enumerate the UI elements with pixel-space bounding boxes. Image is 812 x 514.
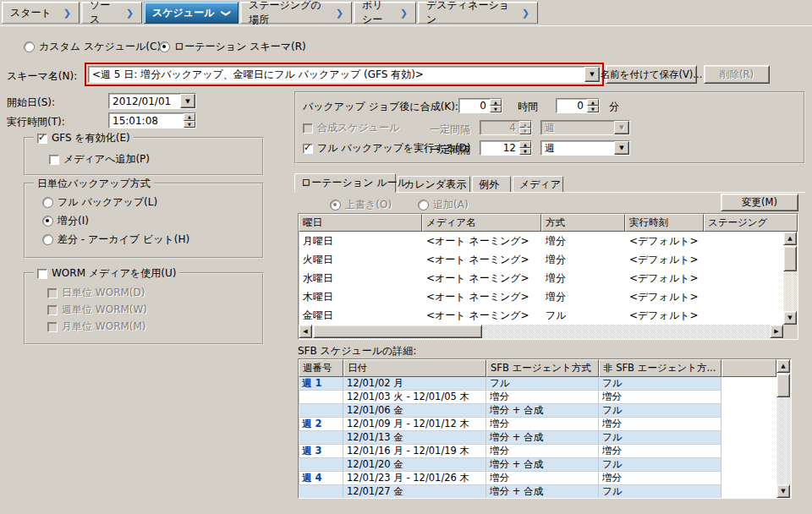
table-row[interactable]: 12/01/13 金 増分 + 合成 フル (299, 431, 776, 445)
dropdown-arrow-icon[interactable]: ▼ (614, 141, 629, 155)
backup-schedule-dialog: スタート ❯ ソース ❯ スケジュール ❯ ステージングの場所 ❯ ポリシー ❯… (0, 0, 812, 514)
tab-exceptions[interactable]: 例外 (472, 176, 511, 193)
table-row[interactable]: 木曜日 <オート ネーミング> 増分 <デフォルト> (299, 287, 798, 306)
table-row[interactable]: 週 4 12/01/23 月 - 12/01/26 木 増分 増分 (299, 472, 776, 485)
header-method[interactable]: 方式 (541, 214, 625, 232)
schema-name-combobox[interactable]: <週 5 日: 増分バックアップ、金曜日にフル バックアップ (GFS 有効)>… (88, 66, 601, 83)
cell-non-sfb-method: フル (599, 404, 721, 418)
cell-week (299, 485, 343, 499)
consolidate-hours-spinner[interactable]: 0 ▲▼ (458, 98, 502, 113)
header-media-name[interactable]: メディア名 (422, 214, 541, 232)
cell-day: 月曜日 (299, 234, 422, 249)
tab-rotation-rules[interactable]: ローテーション ルール (294, 173, 396, 193)
spin-buttons[interactable]: ▲▼ (184, 113, 195, 128)
full-interval-spinner[interactable]: 12 ▲▼ (480, 140, 532, 156)
append-media-checkbox[interactable]: メディアへ追加(P) (49, 152, 150, 167)
radio-label: カスタム スケジュール(C) (39, 40, 161, 54)
header-sfb-method[interactable]: SFB エージェント方式 (486, 359, 599, 377)
cell-week (299, 458, 343, 472)
table-row[interactable]: 12/01/20 金 増分 + 合成 フル (299, 458, 776, 472)
header-day[interactable]: 曜日 (299, 214, 422, 232)
daily-method-title: 日単位バックアップ方式 (34, 177, 154, 191)
start-date-value: 2012/01/01 (109, 95, 180, 108)
delete-button: 削除(R) (704, 65, 770, 84)
scrollbar-thumb[interactable] (783, 246, 797, 271)
radio-rotation-schema[interactable]: ローテーション スキーマ(R) (159, 40, 306, 54)
hours-value: 0 (459, 99, 490, 112)
tab-label: ステージングの場所 (249, 0, 329, 27)
radio-differential[interactable]: 差分 - アーカイブ ビット(H) (42, 232, 189, 247)
spin-buttons[interactable]: ▲▼ (587, 99, 599, 112)
radio-custom-schedule[interactable]: カスタム スケジュール(C) (24, 40, 161, 54)
full-interval-value: 12 (480, 141, 519, 155)
table-row[interactable]: 週 3 12/01/16 月 - 12/01/19 木 増分 増分 (299, 445, 776, 458)
schema-highlight-box: <週 5 日: 増分バックアップ、金曜日にフル バックアップ (GFS 有効)>… (85, 63, 604, 86)
dropdown-arrow-icon[interactable]: ▼ (180, 94, 195, 108)
chevron-right-icon: ❯ (63, 8, 71, 19)
header-date[interactable]: 日付 (343, 359, 486, 377)
save-as-button[interactable]: 名前を付けて保存(V)... (606, 65, 697, 84)
scroll-right-icon[interactable]: ▶ (770, 325, 783, 338)
header-staging[interactable]: ステージング (704, 214, 798, 232)
radio-append: 追加(A) (418, 198, 469, 212)
spin-down-icon: ▼ (519, 128, 531, 134)
scroll-down-icon[interactable]: ▼ (783, 311, 797, 325)
radio-circle (42, 216, 53, 227)
table-row[interactable]: 金曜日 <オート ネーミング> フル <デフォルト> (299, 306, 798, 325)
consolidate-minutes-spinner[interactable]: 0 ▲▼ (556, 98, 600, 113)
wizard-tab-policy[interactable]: ポリシー ❯ (354, 2, 416, 24)
scrollbar-thumb[interactable] (313, 325, 482, 338)
table-row[interactable]: 週 1 12/01/02 月 フル フル (299, 377, 776, 391)
header-week-number[interactable]: 週番号 (299, 359, 343, 377)
exec-time-spinner[interactable]: 15:01:08 ▲▼ (108, 112, 196, 128)
unit-value: 週 (541, 140, 614, 156)
table-row[interactable]: 火曜日 <オート ネーミング> 増分 <デフォルト> (299, 250, 798, 269)
checkbox-box (37, 134, 47, 144)
tab-calendar-view[interactable]: カレンダ表示 (398, 176, 470, 193)
start-date-combobox[interactable]: 2012/01/01 ▼ (108, 93, 196, 109)
horizontal-scrollbar[interactable]: ◀ ▶ (299, 325, 783, 339)
worm-use-checkbox[interactable]: WORM メディアを使用(U) (37, 266, 176, 281)
checkbox-box (49, 155, 59, 165)
radio-incremental[interactable]: 増分(I) (42, 214, 89, 228)
cell-sfb-method: 増分 (486, 418, 599, 431)
header-non-sfb-method[interactable]: 非 SFB エージェント方... (599, 359, 721, 377)
cell-day: 木曜日 (299, 290, 422, 304)
tab-media[interactable]: メディア (513, 176, 563, 193)
interval-label: 一定間隔 (430, 123, 470, 137)
scroll-up-icon[interactable]: ▲ (783, 232, 797, 245)
wizard-tab-staging-location[interactable]: ステージングの場所 ❯ (240, 2, 352, 24)
vertical-scrollbar[interactable]: ▲ ▼ (776, 359, 791, 498)
cell-non-sfb-method: 増分 (599, 445, 721, 458)
checkbox-box (303, 144, 313, 154)
scroll-down-icon[interactable]: ▼ (776, 484, 790, 498)
scroll-up-icon[interactable]: ▲ (776, 359, 790, 373)
radio-label: 差分 - アーカイブ ビット(H) (58, 232, 189, 247)
header-empty (721, 359, 776, 377)
table-row[interactable]: 週 2 12/01/09 月 - 12/01/12 木 増分 増分 (299, 418, 776, 431)
dropdown-arrow-icon[interactable]: ▼ (584, 67, 600, 82)
scroll-left-icon[interactable]: ◀ (299, 325, 312, 338)
modify-button[interactable]: 変更(M) (721, 194, 798, 211)
spin-up-icon: ▲ (184, 113, 195, 121)
table-row[interactable]: 12/01/27 金 増分 + 合成 フル (299, 485, 776, 499)
radio-full-backup[interactable]: フル バックアップ(L) (42, 195, 157, 210)
full-interval-unit-dropdown[interactable]: 週 ▼ (540, 140, 630, 156)
spin-buttons[interactable]: ▲▼ (490, 99, 502, 112)
wizard-tab-start[interactable]: スタート ❯ (2, 2, 80, 24)
wizard-tab-schedule[interactable]: スケジュール ❯ (144, 2, 239, 24)
table-row[interactable]: 12/01/06 金 増分 + 合成 フル (299, 404, 776, 418)
spin-buttons[interactable]: ▲▼ (519, 141, 531, 155)
minutes-value: 0 (557, 99, 587, 112)
table-row[interactable]: 水曜日 <オート ネーミング> 増分 <デフォルト> (299, 269, 798, 287)
header-exec-time[interactable]: 実行時刻 (625, 214, 704, 232)
table-row[interactable]: 月曜日 <オート ネーミング> 増分 <デフォルト> (299, 232, 798, 250)
chevron-right-icon: ❯ (522, 8, 529, 19)
vertical-scrollbar[interactable]: ▲ ▼ (783, 232, 798, 325)
gfs-enable-checkbox[interactable]: GFS を有効化(E) (37, 131, 130, 145)
scrollbar-thumb[interactable] (776, 374, 790, 397)
spin-up-icon: ▲ (519, 121, 531, 128)
table-row[interactable]: 12/01/03 火 - 12/01/05 木 増分 増分 (299, 391, 776, 404)
wizard-tab-destination[interactable]: デスティネーション ❯ (418, 2, 538, 24)
wizard-tab-source[interactable]: ソース ❯ (81, 2, 142, 24)
